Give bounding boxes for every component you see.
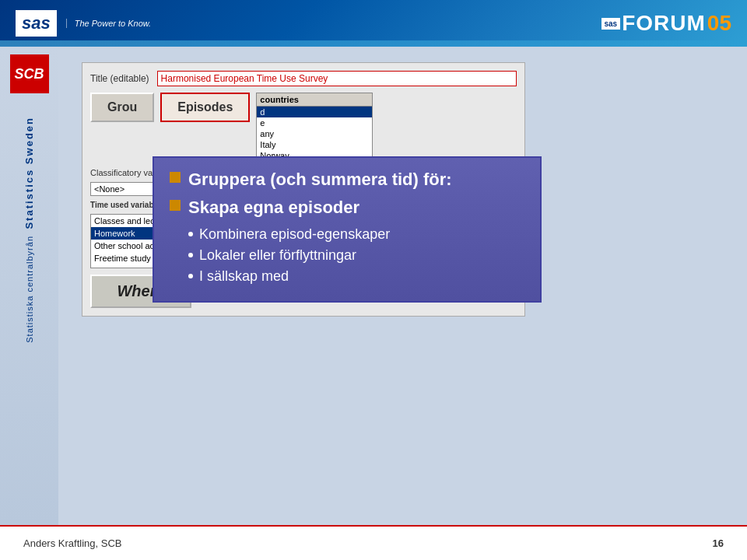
dialog-buttons-row: Grou Episodes countries d e any Italy No…: [90, 93, 517, 162]
country-item-d[interactable]: d: [257, 107, 372, 117]
overlay-sub-2: Lokaler eller förflyttningar: [188, 247, 524, 264]
overlay-sub-list: Kombinera episod-egenskaper Lokaler elle…: [188, 226, 524, 285]
combo-value: <None>: [94, 184, 124, 194]
dialog-title-input[interactable]: [157, 71, 517, 86]
country-item-e[interactable]: e: [257, 117, 372, 128]
sas-logo: sas: [16, 10, 57, 37]
overlay-main-text: Gruppera (och summera tid) för:: [188, 170, 452, 190]
sidebar-text1: Statistics Sweden: [23, 117, 35, 229]
countries-list-header: countries: [257, 93, 372, 107]
forum-logo: sas FORUM 05: [601, 11, 732, 36]
overlay-item-1: Gruppera (och summera tid) för:: [170, 170, 524, 190]
overlay-sub-text-2: Lokaler eller förflyttningar: [199, 247, 356, 264]
forum-year: 05: [707, 11, 731, 36]
sas-logo-text: sas: [22, 13, 51, 33]
overlay-sub-1: Kombinera episod-egenskaper: [188, 226, 524, 243]
sidebar-text-rotated: Statistics Sweden Statistiska centralbyr…: [23, 117, 35, 342]
forum-sas-small: sas: [601, 18, 621, 30]
bullet-round-2-icon: [188, 253, 193, 257]
main-area: SCB Statistics Sweden Statistiska centra…: [0, 47, 747, 525]
content-area: Title (editable) Grou Episodes countries…: [58, 47, 747, 525]
footer-page: 16: [713, 537, 724, 549]
countries-list: countries d e any Italy Norway: [256, 93, 373, 162]
overlay-sub-text-3: I sällskap med: [199, 268, 289, 285]
country-item-any[interactable]: any: [257, 128, 372, 139]
overlay-sub-main: Skapa egna episoder: [188, 198, 359, 218]
overlay-bullet-square-2-icon: [170, 200, 181, 211]
dialog-box: Title (editable) Grou Episodes countries…: [82, 62, 525, 317]
overlay-sub-text-1: Kombinera episod-egenskaper: [199, 226, 390, 243]
sidebar: SCB Statistics Sweden Statistiska centra…: [0, 47, 58, 525]
dialog-title-row: Title (editable): [90, 71, 517, 86]
scb-badge: SCB: [10, 54, 49, 93]
sas-tagline: The Power to Know.: [66, 19, 151, 28]
group-button[interactable]: Grou: [90, 93, 154, 122]
footer-author: Anders Kraftling, SCB: [23, 537, 121, 549]
header: sas The Power to Know. sas FORUM 05: [0, 0, 747, 47]
forum-text: FORUM: [622, 11, 706, 36]
header-wave-decoration: [0, 40, 747, 47]
overlay-sub-3: I sällskap med: [188, 268, 524, 285]
country-item-italy[interactable]: Italy: [257, 139, 372, 150]
episodes-button[interactable]: Episodes: [160, 93, 250, 122]
sidebar-text2: Statistiska centralbyrån: [25, 236, 34, 343]
bullet-round-3-icon: [188, 274, 193, 278]
overlay-panel: Gruppera (och summera tid) för: Skapa eg…: [153, 156, 542, 303]
overlay-bullet-square-icon: [170, 172, 181, 183]
bullet-round-1-icon: [188, 232, 193, 236]
header-left: sas The Power to Know.: [16, 10, 151, 37]
overlay-item-2: Skapa egna episoder: [170, 198, 524, 218]
footer: Anders Kraftling, SCB 16: [0, 525, 747, 560]
dialog-title-label: Title (editable): [90, 73, 149, 84]
